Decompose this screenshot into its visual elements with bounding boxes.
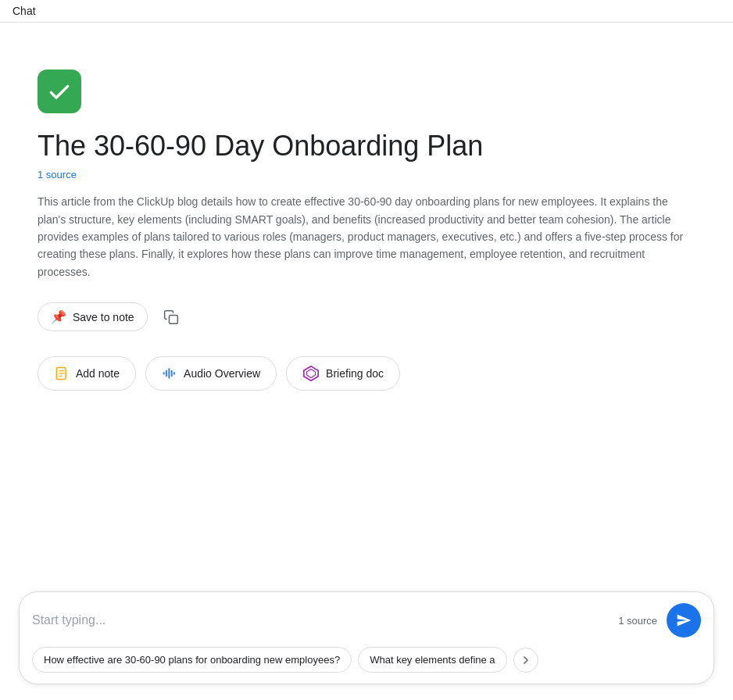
briefing-doc-label: Briefing doc: [326, 367, 384, 380]
check-icon-wrapper: [38, 70, 81, 113]
main-content: The 30-60-90 Day Onboarding Plan 1 sourc…: [0, 23, 733, 578]
add-note-button[interactable]: Add note: [38, 356, 136, 391]
chat-input-container: 1 source How effective are 30-60-90 plan…: [19, 591, 714, 684]
copy-icon: [163, 309, 179, 325]
add-note-icon: [54, 366, 70, 381]
description-text: This article from the ClickUp blog detai…: [38, 193, 695, 280]
svg-marker-11: [307, 370, 316, 378]
svg-rect-0: [169, 315, 177, 323]
chevron-right-icon: [520, 654, 532, 666]
svg-marker-10: [304, 366, 318, 380]
bottom-input-area: 1 source How effective are 30-60-90 plan…: [0, 579, 733, 700]
add-note-label: Add note: [76, 367, 120, 380]
copy-button[interactable]: [157, 303, 185, 331]
svg-rect-9: [173, 372, 175, 374]
suggestion-chip-2[interactable]: What key elements define a: [358, 647, 506, 673]
pin-icon: 📌: [51, 309, 66, 324]
save-note-label: Save to note: [73, 311, 134, 323]
feature-buttons: Add note Audio Overview Briefing doc: [38, 356, 695, 391]
svg-rect-7: [168, 368, 170, 378]
suggestion-chips: How effective are 30-60-90 plans for onb…: [32, 647, 701, 673]
svg-rect-6: [166, 370, 167, 377]
audio-icon: [162, 366, 177, 381]
check-icon: [47, 79, 72, 104]
page-title: The 30-60-90 Day Onboarding Plan: [38, 129, 695, 162]
chat-input-row: 1 source: [32, 603, 701, 638]
svg-rect-5: [163, 372, 165, 374]
chat-input[interactable]: [32, 613, 618, 627]
nav-chat-label: Chat: [13, 5, 36, 17]
audio-overview-label: Audio Overview: [184, 367, 260, 380]
briefing-doc-button[interactable]: Briefing doc: [286, 356, 400, 391]
save-note-button[interactable]: 📌 Save to note: [38, 302, 148, 331]
send-button[interactable]: [667, 603, 701, 638]
svg-rect-8: [171, 370, 173, 377]
source-count-link[interactable]: 1 source: [38, 169, 695, 180]
suggestion-chip-1[interactable]: How effective are 30-60-90 plans for onb…: [32, 647, 352, 673]
audio-overview-button[interactable]: Audio Overview: [145, 356, 277, 391]
send-icon: [676, 612, 692, 628]
input-source-badge: 1 source: [618, 615, 657, 627]
chips-next-button[interactable]: [513, 648, 538, 673]
action-row: 📌 Save to note: [38, 302, 695, 331]
briefing-icon: [302, 365, 320, 382]
top-nav: Chat: [0, 0, 733, 23]
